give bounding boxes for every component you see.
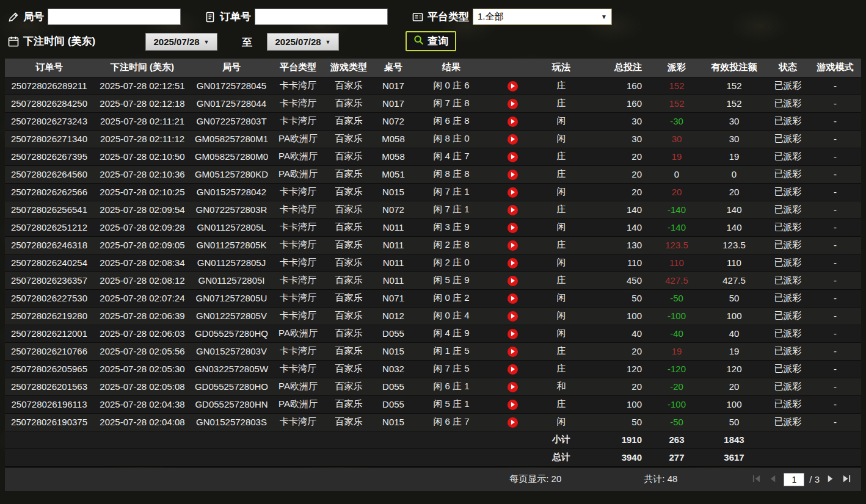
app-root: 局号 订单号 平台类型 1.全部 ▼ 下注时间 (美东) [0, 0, 866, 491]
per-page-label: 每页显示: [509, 473, 548, 484]
total-count-value: 48 [668, 473, 678, 484]
total-spacer [5, 448, 536, 466]
play-video-button[interactable] [508, 364, 518, 375]
cell-total-bet: 30 [587, 130, 652, 148]
cell-platform: 卡卡湾厅 [272, 95, 324, 112]
cell-platform: 卡卡湾厅 [272, 112, 324, 130]
next-page-button[interactable] [824, 473, 836, 486]
cell-payout: 152 [652, 95, 702, 112]
cell-order-no: 250728026251212 [5, 218, 93, 236]
cell-round-no: GN01725728045 [191, 77, 272, 95]
next-page-icon [826, 474, 835, 485]
cell-platform: 卡卡湾厅 [272, 77, 324, 95]
cell-bet-time: 2025-07-28 02:11:21 [93, 112, 191, 130]
cell-status: 已派彩 [766, 395, 809, 413]
cell-play-type: 庄 [536, 395, 587, 413]
total-spacer-right [766, 448, 861, 466]
cell-valid-bet: 30 [702, 112, 766, 130]
cell-table-no: N012 [373, 307, 413, 325]
play-video-button[interactable] [508, 170, 518, 180]
cell-round-no: GN0112572805J [191, 254, 272, 272]
play-video-button[interactable] [508, 400, 518, 410]
cell-round-no: GN0722572803T [191, 112, 272, 130]
first-page-button[interactable] [751, 473, 762, 486]
cell-play-type: 庄 [536, 95, 587, 112]
play-video-button[interactable] [508, 223, 518, 233]
play-video-button[interactable] [508, 293, 518, 304]
cell-video [489, 165, 536, 183]
play-video-button[interactable] [508, 240, 518, 251]
date-from-value: 2025/07/28 [154, 37, 200, 47]
cell-valid-bet: 30 [702, 130, 766, 148]
cell-table-no: M051 [373, 165, 413, 183]
cell-status: 已派彩 [766, 183, 809, 201]
play-video-button[interactable] [508, 258, 518, 268]
date-to-value: 2025/07/28 [275, 37, 321, 47]
cell-valid-bet: 20 [702, 183, 766, 201]
cell-play-type: 闲 [536, 289, 587, 307]
cell-valid-bet: 50 [702, 289, 766, 307]
cell-payout: -20 [652, 378, 702, 395]
cell-valid-bet: 110 [702, 254, 766, 272]
play-video-button[interactable] [508, 382, 518, 392]
cell-order-no: 250728026273243 [5, 112, 93, 130]
play-video-button[interactable] [508, 205, 518, 215]
cell-play-type: 闲 [536, 254, 587, 272]
cell-round-no: GD055257280HQ [191, 325, 272, 342]
chevron-down-icon: ▼ [326, 39, 331, 45]
col-header-order-no: 订单号 [5, 59, 93, 77]
play-video-button[interactable] [508, 117, 518, 127]
play-video-button[interactable] [508, 311, 518, 322]
prev-page-button[interactable] [767, 473, 779, 486]
play-video-button[interactable] [508, 134, 518, 145]
cell-game-mode: - [809, 378, 861, 395]
page-input[interactable] [784, 473, 804, 486]
cell-total-bet: 20 [587, 148, 652, 165]
play-video-button[interactable] [508, 329, 518, 339]
cell-platform: 卡卡湾厅 [272, 201, 324, 218]
play-video-button[interactable] [508, 417, 518, 428]
cell-round-no: GM058257280M1 [191, 130, 272, 148]
play-video-button[interactable] [508, 347, 518, 357]
round-input[interactable] [48, 9, 181, 25]
query-button[interactable]: 查询 [406, 31, 456, 51]
cell-payout: -50 [652, 289, 702, 307]
cell-total-bet: 140 [587, 218, 652, 236]
cell-total-bet: 30 [587, 112, 652, 130]
total-payout: 277 [652, 448, 702, 466]
cell-platform: 卡卡湾厅 [272, 254, 324, 272]
cell-platform: 卡卡湾厅 [272, 289, 324, 307]
subtotal-payout: 263 [652, 431, 702, 448]
play-video-button[interactable] [508, 81, 518, 92]
cell-order-no: 250728026201563 [5, 378, 93, 395]
cell-game-type: 百家乐 [324, 201, 373, 218]
table-row: 250728026219280 2025-07-28 02:06:39 GN01… [5, 307, 861, 325]
date-to-button[interactable]: 2025/07/28 ▼ [267, 33, 339, 51]
per-page-value: 20 [551, 473, 562, 484]
play-video-button[interactable] [508, 152, 518, 162]
cell-valid-bet: 19 [702, 148, 766, 165]
cell-valid-bet: 152 [702, 77, 766, 95]
cell-game-mode: - [809, 130, 861, 148]
subtotal-row: 小计 1910 263 1843 [5, 431, 861, 448]
cell-table-no: N011 [373, 236, 413, 254]
table-row: 250728026251212 2025-07-28 02:09:28 GN01… [5, 218, 861, 236]
cell-round-no: GM051257280KD [191, 165, 272, 183]
cell-game-type: 百家乐 [324, 413, 373, 431]
cell-payout: 110 [652, 254, 702, 272]
platform-select[interactable]: 1.全部 ▼ [473, 9, 612, 25]
date-from-button[interactable]: 2025/07/28 ▼ [145, 33, 217, 51]
cell-table-no: N015 [373, 413, 413, 431]
play-video-button[interactable] [508, 99, 518, 109]
order-input[interactable] [255, 9, 388, 25]
cell-result: 闲 8 庄 8 [413, 165, 489, 183]
play-video-button[interactable] [508, 276, 518, 286]
play-video-button[interactable] [508, 187, 518, 198]
table-row: 250728026240254 2025-07-28 02:08:34 GN01… [5, 254, 861, 272]
table-header-row: 订单号 下注时间 (美东) 局号 平台类型 游戏类型 桌号 结果 玩法 总投注 … [5, 59, 861, 77]
cell-total-bet: 20 [587, 165, 652, 183]
cell-game-mode: - [809, 165, 861, 183]
cell-game-type: 百家乐 [324, 95, 373, 112]
last-page-button[interactable] [841, 473, 853, 486]
cell-round-no: GN0722572803R [191, 201, 272, 218]
